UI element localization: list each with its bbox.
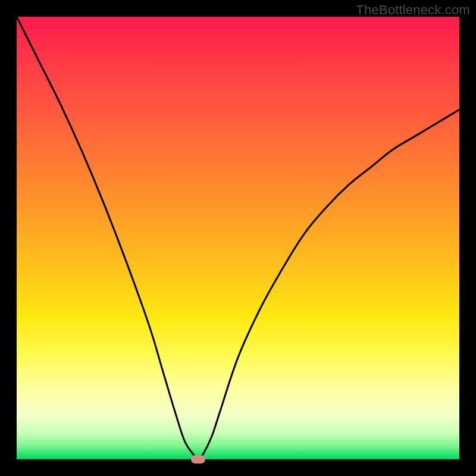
chart-frame: TheBottleneck.com	[0, 0, 476, 476]
plot-area	[17, 17, 459, 459]
watermark-text: TheBottleneck.com	[356, 2, 470, 18]
optimal-point-marker	[191, 455, 205, 464]
bottleneck-curve	[17, 17, 459, 459]
